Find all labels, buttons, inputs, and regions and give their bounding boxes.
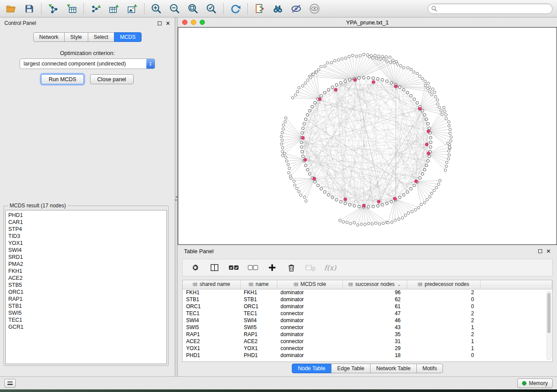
network-canvas[interactable] <box>178 27 557 245</box>
table-row[interactable]: FKH1FKH1dominator962 <box>183 289 552 296</box>
close-window-icon[interactable] <box>182 20 187 25</box>
zoom-in-icon[interactable] <box>150 2 163 15</box>
zoom-selected-icon[interactable] <box>205 2 218 15</box>
delete-column-trash-icon[interactable] <box>286 262 297 273</box>
combo-stepper-icon[interactable]: ▲ ▼ <box>146 59 155 69</box>
table-settings-gear-icon[interactable] <box>190 262 201 273</box>
apply-layout-icon[interactable] <box>229 2 242 15</box>
column-header-shared-name[interactable]: shared name <box>183 280 240 289</box>
control-panel: Control Panel ✕ Network Style Select MCD… <box>0 17 175 376</box>
table-panel: Table Panel ✕ <box>178 245 557 376</box>
mcds-result-group: MCDS result (17 nodes) PHD1CAR1STP4TID3Y… <box>3 203 169 366</box>
optimization-criterion-select[interactable]: largest connected component (undirected)… <box>20 58 155 69</box>
import-network-icon[interactable] <box>47 2 60 15</box>
list-menu-icon <box>7 382 13 385</box>
column-header-predecessor-nodes[interactable]: predecessor nodes <box>407 280 480 289</box>
node-table: shared name name MCDS role successor nod… <box>183 280 552 359</box>
memory-status-dot-icon <box>522 381 526 385</box>
toolbar-separator <box>247 3 248 14</box>
add-column-icon[interactable] <box>266 262 278 273</box>
mcds-result-item[interactable]: STB1 <box>8 303 164 309</box>
tab-motifs[interactable]: Motifs <box>416 364 443 373</box>
table-row[interactable]: SWI4SWI4dominator462 <box>183 317 552 324</box>
run-mcds-button[interactable]: Run MCDS <box>41 74 83 84</box>
close-panel-button[interactable]: Close panel <box>90 74 134 84</box>
mcds-result-item[interactable]: SWI5 <box>8 309 164 316</box>
tab-network-table[interactable]: Network Table <box>370 364 417 373</box>
minimize-window-icon[interactable] <box>191 20 196 25</box>
mcds-result-item[interactable]: RAP1 <box>8 296 164 303</box>
table-row[interactable]: YOX1YOX1connector291 <box>183 345 552 352</box>
table-row[interactable]: ORC1ORC1dominator610 <box>183 303 552 310</box>
export-image-icon[interactable] <box>126 2 139 15</box>
select-all-columns-icon[interactable] <box>228 262 239 273</box>
node-table-wrap: shared name name MCDS role successor nod… <box>182 280 553 362</box>
table-row[interactable]: RAP1RAP1dominator352 <box>183 331 552 338</box>
table-row[interactable]: ACE2ACE2connector311 <box>183 338 552 345</box>
table-row[interactable]: STB1STB1dominator620 <box>183 296 552 303</box>
mcds-result-item[interactable]: SRD1 <box>8 254 164 261</box>
zoom-out-icon[interactable] <box>168 2 181 15</box>
hide-details-icon[interactable] <box>290 2 303 15</box>
mcds-result-item[interactable]: SWI4 <box>8 247 164 254</box>
tab-edge-table[interactable]: Edge Table <box>331 364 370 373</box>
mcds-result-item[interactable]: TEC1 <box>8 316 164 323</box>
unselect-all-columns-icon[interactable] <box>247 262 259 273</box>
control-panel-title: Control Panel <box>4 20 36 26</box>
tab-node-table[interactable]: Node Table <box>292 364 332 373</box>
show-columns-icon[interactable] <box>209 262 220 273</box>
table-row[interactable]: PHD1PHD1dominator180 <box>183 352 552 359</box>
main-toolbar <box>0 0 557 17</box>
function-builder-icon[interactable]: f(x) <box>324 264 336 272</box>
maximize-window-icon[interactable] <box>200 20 205 25</box>
network-titlebar: YPA_prune.txt_1 <box>178 17 557 27</box>
clone-network-icon[interactable] <box>253 2 266 15</box>
table-scrollbar[interactable] <box>547 291 551 360</box>
column-header-mcds-role[interactable]: MCDS role <box>277 280 343 289</box>
tab-style[interactable]: Style <box>64 32 88 42</box>
save-session-icon[interactable] <box>23 2 36 15</box>
close-panel-icon[interactable]: ✕ <box>166 21 170 26</box>
open-session-icon[interactable] <box>4 2 17 15</box>
optimization-criterion-label: Optimization criterion: <box>0 50 175 56</box>
mcds-result-item[interactable]: PMA2 <box>8 261 164 268</box>
memory-button[interactable]: Memory <box>517 378 553 388</box>
tab-network[interactable]: Network <box>33 32 65 42</box>
find-binoculars-icon[interactable] <box>271 2 284 15</box>
mcds-result-item[interactable]: CAR1 <box>8 219 164 226</box>
tab-select[interactable]: Select <box>88 32 114 42</box>
table-scrollbar-thumb[interactable] <box>547 293 550 333</box>
mcds-result-item[interactable]: GCR1 <box>8 323 164 330</box>
mcds-result-item[interactable]: TID3 <box>8 233 164 240</box>
mcds-result-item[interactable]: STB5 <box>8 282 164 289</box>
export-network-icon[interactable] <box>89 2 102 15</box>
column-header-filler <box>480 280 552 289</box>
show-details-icon[interactable] <box>308 2 321 15</box>
status-menu-button[interactable] <box>4 379 16 388</box>
network-window-title: YPA_prune.txt_1 <box>178 19 557 26</box>
zoom-fit-icon[interactable] <box>187 2 200 15</box>
network-graph[interactable] <box>178 28 557 244</box>
float-panel-icon[interactable] <box>158 21 162 25</box>
application-window: Control Panel ✕ Network Style Select MCD… <box>0 0 557 392</box>
close-table-panel-icon[interactable]: ✕ <box>546 248 551 254</box>
mcds-result-item[interactable]: FKH1 <box>8 268 164 275</box>
table-row[interactable]: SWI5SWI5connector431 <box>183 324 552 331</box>
column-header-successor-nodes[interactable]: successor nodes⌄ <box>343 280 407 289</box>
mcds-result-item[interactable]: STP4 <box>8 226 164 233</box>
table-toolbar: f(x) <box>182 259 553 276</box>
table-panel-header: Table Panel ✕ <box>178 245 557 257</box>
mcds-result-list[interactable]: PHD1CAR1STP4TID3YOX1SWI4SRD1PMA2FKH1ACE2… <box>5 210 167 364</box>
import-table-icon[interactable] <box>65 2 78 15</box>
tab-mcds[interactable]: MCDS <box>114 32 142 42</box>
mcds-result-item[interactable]: ORC1 <box>8 289 164 296</box>
export-table-icon[interactable] <box>107 2 121 15</box>
mcds-result-item[interactable]: PHD1 <box>8 212 164 219</box>
float-table-panel-icon[interactable] <box>538 249 542 253</box>
table-row[interactable]: TEC1TEC1connector472 <box>183 310 552 317</box>
splitter-collapse-icons[interactable]: ◄► <box>175 196 178 202</box>
column-header-name[interactable]: name <box>240 280 277 289</box>
mcds-result-item[interactable]: YOX1 <box>8 240 164 247</box>
mcds-result-item[interactable]: ACE2 <box>8 275 164 282</box>
search-input[interactable] <box>428 3 553 14</box>
